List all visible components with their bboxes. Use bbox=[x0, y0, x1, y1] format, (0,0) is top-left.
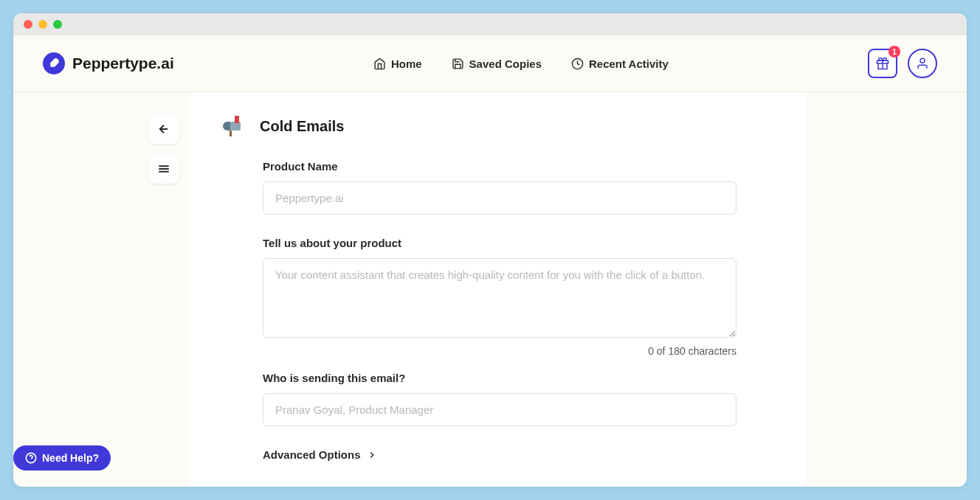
clock-icon bbox=[571, 58, 584, 70]
sidebar bbox=[13, 92, 189, 487]
mailbox-icon bbox=[218, 113, 245, 139]
gift-icon bbox=[876, 57, 889, 70]
gift-button[interactable]: 1 bbox=[868, 49, 897, 78]
nav-home[interactable]: Home bbox=[373, 58, 422, 70]
nav-saved-label: Saved Copies bbox=[469, 58, 542, 70]
sender-section: Who is sending this email? bbox=[263, 372, 776, 426]
form: Product Name Tell us about your product … bbox=[218, 160, 776, 487]
close-window-icon[interactable] bbox=[24, 20, 32, 29]
help-icon bbox=[25, 452, 37, 464]
feather-logo-icon bbox=[43, 52, 65, 74]
main-panel: Cold Emails Product Name Tell us about y… bbox=[189, 92, 806, 487]
product-name-section: Product Name bbox=[263, 160, 776, 215]
svg-point-3 bbox=[920, 58, 925, 63]
nav-recent[interactable]: Recent Activity bbox=[571, 58, 669, 70]
page-title: Cold Emails bbox=[260, 118, 344, 135]
maximize-window-icon[interactable] bbox=[53, 20, 62, 29]
menu-button[interactable] bbox=[149, 154, 179, 184]
content-area: Cold Emails Product Name Tell us about y… bbox=[13, 92, 967, 487]
nav-home-label: Home bbox=[391, 58, 422, 70]
about-section: Tell us about your product 0 of 180 char… bbox=[263, 237, 776, 357]
brand-name: Peppertype.ai bbox=[72, 55, 174, 72]
nav-saved[interactable]: Saved Copies bbox=[452, 58, 542, 70]
user-button[interactable] bbox=[908, 49, 937, 78]
menu-icon bbox=[157, 162, 170, 176]
logo[interactable]: Peppertype.ai bbox=[43, 52, 174, 74]
nav: Home Saved Copies Recent Activity bbox=[373, 58, 669, 70]
advanced-options-toggle[interactable]: Advanced Options bbox=[263, 448, 776, 461]
about-input[interactable] bbox=[263, 258, 736, 338]
header: Peppertype.ai Home Saved Copies Recent A… bbox=[13, 35, 967, 92]
help-button[interactable]: Need Help? bbox=[13, 445, 111, 471]
page-header: Cold Emails bbox=[218, 113, 776, 139]
save-icon bbox=[452, 58, 464, 70]
about-label: Tell us about your product bbox=[263, 237, 776, 249]
header-actions: 1 bbox=[868, 49, 937, 78]
nav-recent-label: Recent Activity bbox=[589, 58, 669, 70]
app-window: Peppertype.ai Home Saved Copies Recent A… bbox=[13, 13, 967, 487]
titlebar bbox=[13, 13, 967, 35]
sender-input[interactable] bbox=[263, 393, 736, 426]
help-label: Need Help? bbox=[42, 452, 99, 464]
product-name-label: Product Name bbox=[263, 160, 776, 173]
minimize-window-icon[interactable] bbox=[38, 20, 47, 29]
notification-badge: 1 bbox=[888, 46, 900, 58]
chevron-right-icon bbox=[367, 450, 377, 460]
sender-label: Who is sending this email? bbox=[263, 372, 776, 384]
back-button[interactable] bbox=[149, 114, 179, 144]
char-count: 0 of 180 characters bbox=[263, 345, 736, 357]
product-name-input[interactable] bbox=[263, 181, 736, 215]
svg-rect-10 bbox=[235, 116, 239, 123]
user-icon bbox=[916, 57, 929, 70]
home-icon bbox=[373, 58, 386, 70]
advanced-label: Advanced Options bbox=[263, 448, 361, 461]
svg-rect-11 bbox=[230, 131, 232, 136]
arrow-left-icon bbox=[157, 122, 170, 136]
